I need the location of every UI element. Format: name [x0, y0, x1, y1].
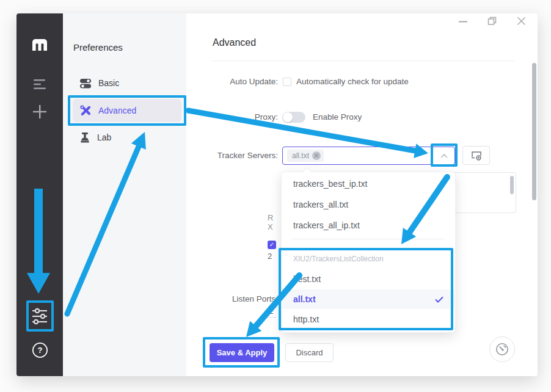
sidebar-item-lab[interactable]: Lab: [73, 126, 181, 149]
text-fragment: E: [268, 307, 274, 316]
dropdown-item-label: trackers_all.txt: [293, 200, 348, 209]
help-icon[interactable]: ?: [16, 341, 63, 359]
proxy-toggle-label: Enable Proxy: [313, 112, 362, 122]
hint-fragment-1: R: [268, 213, 273, 222]
tracker-servers-select[interactable]: all.txt ✕: [282, 147, 455, 165]
close-icon[interactable]: [517, 16, 527, 26]
sidebar-item-basic[interactable]: Basic: [73, 71, 181, 95]
page-title: Advanced: [213, 37, 256, 48]
chevron-up-icon[interactable]: [436, 149, 453, 162]
text-fragment: 2: [268, 252, 272, 261]
dropdown-item-label: http.txt: [293, 314, 319, 324]
tag-label: all.txt: [292, 151, 309, 160]
discard-button[interactable]: Discard: [285, 343, 334, 362]
minimize-button[interactable]: [458, 16, 469, 26]
dropdown-item[interactable]: trackers_all_ip.txt: [281, 216, 456, 235]
toggles-icon: [80, 78, 91, 89]
sidebar-item-label: Basic: [98, 78, 119, 88]
hint-fragment-2: X: [268, 222, 273, 231]
tag-remove-icon[interactable]: ✕: [312, 151, 321, 160]
add-task-icon[interactable]: [16, 103, 63, 121]
dropdown-group-label: XIU2/TrackersListCollection: [281, 250, 456, 268]
auto-update-checkbox-label: Automatically check for update: [296, 77, 409, 86]
lab-icon: [80, 132, 90, 143]
dropdown-item[interactable]: best.txt: [281, 269, 456, 289]
preferences-panel: [63, 13, 186, 376]
speed-limit-button[interactable]: [489, 336, 515, 362]
auto-update-checkbox[interactable]: [283, 78, 291, 86]
motrix-logo-icon: [16, 35, 63, 54]
tracker-servers-label: Tracker Servers:: [186, 151, 278, 160]
maximize-button[interactable]: [487, 16, 497, 26]
main-scrollbar[interactable]: [532, 63, 536, 200]
auto-update-label: Auto Update:: [186, 77, 278, 86]
dropdown-item[interactable]: trackers_best_ip.txt: [281, 174, 456, 194]
dropdown-item-label: trackers_best_ip.txt: [293, 179, 367, 189]
sidebar-item-label: Lab: [97, 132, 111, 142]
update-trackers-checkbox[interactable]: ✓: [268, 241, 276, 249]
preferences-sliders-icon[interactable]: [16, 305, 63, 327]
title-divider: [213, 60, 515, 61]
save-apply-button[interactable]: Save & Apply: [210, 343, 274, 362]
textarea-scrollbar[interactable]: [510, 176, 514, 194]
sidebar-item-advanced[interactable]: Advanced: [73, 99, 181, 122]
proxy-toggle[interactable]: [282, 112, 305, 123]
listen-ports-label: Listen Ports:: [186, 294, 278, 303]
dropdown-divider: [292, 239, 445, 239]
dropdown-item-label: best.txt: [293, 274, 321, 284]
dropdown-item[interactable]: trackers_all.txt: [281, 195, 456, 214]
input-edge-fragment: [268, 317, 276, 318]
toggle-knob: [283, 112, 293, 122]
dropdown-item[interactable]: http.txt: [281, 310, 456, 329]
dropdown-item-label: all.txt: [293, 294, 316, 304]
dropdown-item-label: trackers_all_ip.txt: [293, 220, 360, 230]
svg-text:?: ?: [37, 346, 42, 355]
selected-tag: all.txt ✕: [287, 150, 324, 162]
gauge-icon: [494, 341, 510, 357]
check-icon: [435, 296, 443, 303]
dropdown-item-selected[interactable]: all.txt: [281, 289, 456, 309]
proxy-label: Proxy:: [186, 112, 278, 122]
sidebar-item-label: Advanced: [98, 106, 136, 115]
task-list-icon[interactable]: [16, 76, 63, 93]
preferences-title: Preferences: [73, 42, 123, 53]
tools-icon: [80, 105, 91, 116]
sync-trackers-button[interactable]: [462, 146, 490, 165]
